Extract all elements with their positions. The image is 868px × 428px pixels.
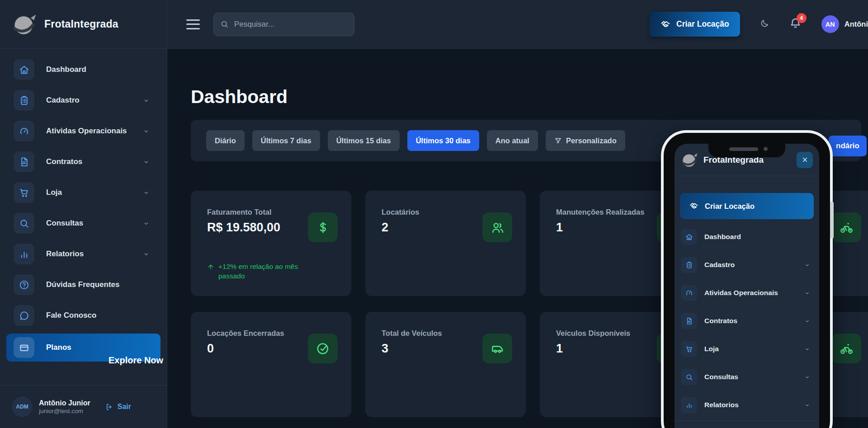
dollar-icon [316,221,330,235]
sidebar-item-atividas-operacionais[interactable]: Atividas Operacionais [0,116,167,146]
calendar-button-partial[interactable]: ndário [829,136,867,156]
help-icon [19,280,29,290]
filter-label: Últimos 7 dias [261,136,311,145]
search-icon [19,218,29,229]
bar-chart-icon [685,401,693,409]
phone-menu-item-contratos[interactable]: Contratos [675,307,819,335]
chat-icon-box [14,305,34,326]
bike-icon [840,342,854,356]
sidebar-item-label: Relatorios [46,249,84,259]
phone-speaker [729,147,758,151]
handshake-icon [660,19,671,30]
phone-menu-item-cadastro[interactable]: Cadastro [675,251,819,279]
phone-create-rental-button[interactable]: Criar Locação [680,193,814,219]
logout-button[interactable]: Sair [105,403,131,411]
user-meta: Antônio Junior junior@test.com [39,399,90,415]
gauge-icon-box [14,121,34,141]
home-icon [685,233,693,241]
phone-menu-item-label: Contratos [704,317,737,325]
menu-toggle-button[interactable] [186,19,200,29]
home-icon-box [681,229,697,245]
chevron-down-icon [804,402,810,408]
phone-menu-item-label: Relatorios [704,401,739,409]
scrollbar-thumb[interactable] [830,202,834,239]
sidebar-item-loja[interactable]: Loja [0,177,167,208]
sidebar-item-consultas[interactable]: Consultas [0,208,167,239]
stat-card-label: Locatários [382,208,419,216]
phone-menu-item-relatorios[interactable]: Relatorios [675,391,819,419]
topbar-user-name: Antôni [844,20,868,28]
phone-user-section: Antônio Junior Sair [675,421,819,428]
sidebar-item-label: Planos [46,343,71,352]
filter-ultimos-7-dias[interactable]: Últimos 7 dias [252,130,320,151]
search-input[interactable] [233,19,348,29]
clipboard-icon [685,261,693,269]
users-icon-box [482,212,512,242]
phone-notch [708,141,785,157]
create-rental-label: Criar Locação [676,19,729,29]
stat-card-value: 1 [556,342,563,356]
check-circle-icon-box [308,334,338,363]
home-icon [19,65,29,75]
cart-icon-box [14,182,34,203]
chevron-down-icon [143,159,150,165]
chevron-down-icon [804,318,810,324]
stat-card-value: 0 [207,342,214,356]
bar-chart-icon [19,249,29,259]
filter-ultimos-30-dias[interactable]: Últimos 30 dias [407,130,479,151]
phone-menu-item-atividas-operacionais[interactable]: Atividas Operacionais [675,279,819,307]
filter-label: Ano atual [495,136,529,145]
logout-icon [105,403,113,411]
brand-planet-icon [12,11,38,38]
filter-label: Últimos 30 dias [416,136,471,145]
brand-name: FrotaIntegrada [44,18,118,30]
sidebar-item-fale-conosco[interactable]: Fale Conosco [0,300,167,331]
bike-icon-box [831,212,861,242]
filter-diario[interactable]: Diário [206,130,245,151]
phone-menu-item-label: Loja [704,345,719,353]
van-icon-box [482,334,512,363]
stat-card-label: Veículos Disponíveis [556,329,630,338]
sidebar-item-dashboard[interactable]: Dashboard [0,54,167,85]
filter-ano-atual[interactable]: Ano atual [487,130,538,151]
sidebar-item-duvidas-frequentes[interactable]: Dúvidas Frequentes [0,269,167,300]
notifications-button[interactable]: 4 [789,17,802,31]
sidebar-item-cadastro[interactable]: Cadastro [0,85,167,116]
stat-card-label: Locações Encerradas [207,329,284,338]
phone-menu-item-dashboard[interactable]: Dashboard [675,223,819,251]
chevron-down-icon [143,189,150,196]
stat-card-trend: +12% em relação ao mês passado [207,262,320,281]
filter-personalizado[interactable]: Personalizado [546,130,625,151]
search-box [213,13,354,36]
sidebar-item-contratos[interactable]: Contratos [0,146,167,177]
topbar: Criar Locação 4 AN Antôni [167,0,868,49]
sidebar-item-relatorios[interactable]: Relatorios [0,239,167,269]
chevron-down-icon [804,262,810,268]
bar-chart-icon-box [14,244,34,264]
phone-menu-item-loja[interactable]: Loja [675,335,819,363]
file-icon [685,317,693,325]
search-icon-box [681,369,697,385]
brand: FrotaIntegrada [0,0,167,49]
filter-ultimos-15-dias[interactable]: Últimos 15 dias [328,130,400,151]
sidebar-item-label: Fale Conosco [46,311,96,320]
user-avatar: ADM [12,396,33,417]
stat-card-label: Total de Veículos [382,329,442,338]
stat-card-faturamento-total: Faturamento Total R$ 19.580,00 +12% em r… [191,191,351,296]
credit-card-icon-box [14,337,34,358]
theme-toggle-button[interactable] [759,19,769,30]
filter-label: Últimos 15 dias [336,136,391,145]
phone-menu-item-consultas[interactable]: Consultas [675,363,819,391]
create-rental-button[interactable]: Criar Locação [649,12,740,37]
chat-icon [19,310,29,321]
cart-icon-box [681,341,697,357]
stat-card-value: 3 [382,342,388,356]
clipboard-icon-box [681,257,697,273]
chevron-down-icon [143,97,150,104]
search-icon [220,20,229,28]
topbar-avatar[interactable]: AN [821,15,839,33]
chevron-down-icon [143,128,150,135]
funnel-icon [554,137,562,145]
phone-close-button[interactable] [797,152,813,168]
bike-icon [840,221,854,235]
